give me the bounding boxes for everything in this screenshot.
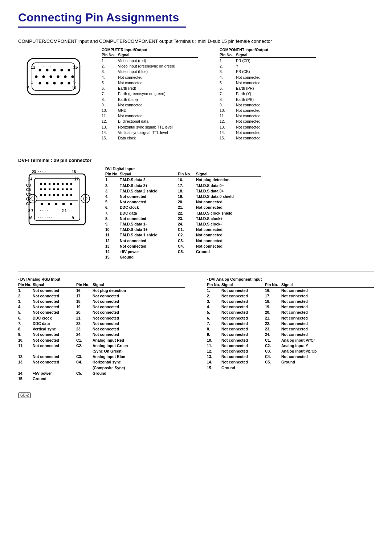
svg-text:23: 23 (32, 170, 36, 174)
pin-signal: Not connected (236, 130, 316, 135)
table-row: 8.Earth (blue) (102, 97, 198, 102)
computer-table-title: COMPUTER Input/Output (102, 48, 198, 52)
pin-number: 20. (265, 310, 281, 315)
pin-signal: Earth (green/sync on green) (118, 91, 198, 97)
pin-number: 11. (18, 343, 33, 354)
pin-number: 14. (105, 249, 120, 255)
pin-number: C3. (178, 238, 196, 244)
table-row: 14.Not connected (220, 130, 316, 135)
pin-number: 7. (207, 321, 221, 326)
dvi-section-header: DVI-I Terminal : 29 pin connector (18, 158, 374, 163)
pin-signal: Not connected (118, 113, 198, 119)
pin-signal: Y (236, 64, 316, 69)
table-row: 14.Vertical sync signal: TTL level (102, 130, 198, 135)
pin-number: 24. (265, 332, 281, 337)
pin-signal: Not connected (281, 310, 339, 315)
computer-header-text: COMPUTER/COMPONENT input and COMPUTER/CO… (18, 38, 196, 44)
pin-signal (93, 376, 151, 382)
dvi-col-headers: Pin No. Signal Pin No. Signal (105, 172, 261, 177)
pin-number: 12. (102, 119, 118, 124)
svg-text:C2: C2 (26, 197, 31, 201)
table-row: 2.Y (220, 64, 316, 69)
svg-rect-59 (48, 203, 50, 205)
pin-number: 20. (178, 199, 196, 205)
pin-number: 16. (76, 288, 93, 293)
table-row: 5.Not connected20.Not connected (105, 199, 261, 205)
pin-signal (281, 365, 339, 371)
component-table-title: COMPONENT Input/Output (220, 48, 316, 52)
pin-signal: Video input (red) (118, 58, 198, 64)
pin-number: 4. (105, 194, 120, 199)
pin-number: 14. (207, 359, 221, 365)
pin-signal: Not connected (118, 102, 198, 108)
pin-signal: Not connected (221, 359, 265, 365)
pin-signal: Not connected (33, 299, 76, 304)
pin-signal: Vertical sync (33, 326, 76, 332)
pin-number: 2. (105, 183, 120, 188)
svg-point-4 (53, 69, 56, 72)
svg-point-8 (42, 76, 45, 78)
pin-signal: Not connected (120, 199, 178, 205)
pin-number: C5. (76, 371, 93, 376)
pin-signal: +5V power (33, 371, 76, 376)
pin-signal: Not connected (196, 199, 261, 205)
pin-number: 7. (102, 91, 118, 97)
pin-signal: Not connected (221, 326, 265, 332)
pin-signal: Earth (Y) (236, 91, 316, 97)
table-row: 6.DDC clock21.Not connected (18, 316, 185, 321)
dvi-connector-diagram: 23 18 · · · · · 24 17 C3 C5 C4 C2 C1 8 7… (18, 167, 98, 240)
svg-rect-41 (70, 183, 72, 185)
pin-signal: Not connected (33, 332, 76, 337)
computer-input-output-table: COMPUTER Input/Output Pin No. Signal 1.V… (102, 48, 198, 141)
pin-signal: Ground (281, 359, 339, 365)
pin-signal: Not connected (281, 326, 339, 332)
pin-number: C4. (265, 354, 281, 359)
svg-text:9: 9 (72, 216, 74, 220)
svg-point-31 (31, 197, 34, 200)
table-row: 3.PB (CB) (220, 69, 316, 74)
pin-signal: DDC clock (120, 205, 178, 210)
pin-signal: T.M.D.S data 2– (120, 177, 178, 183)
pin-signal: PR (CR) (236, 58, 316, 64)
comp-acol1-header: Pin No. (207, 282, 221, 287)
pin-number: 6. (207, 316, 221, 321)
svg-text:· · · · ·: · · · · · (43, 64, 51, 68)
table-row: 7.DDC data22.Not connected (18, 321, 185, 326)
component-pin-no-header: Pin No. (220, 53, 236, 57)
table-row: 1.Not connected16.Hot plug detection (18, 288, 185, 293)
pin-signal: Earth (red) (118, 86, 198, 91)
pin-signal: T.M.D.S clock+ (196, 216, 261, 221)
svg-rect-42 (40, 188, 42, 190)
svg-rect-51 (44, 194, 46, 196)
pin-signal: Earth (blue) (118, 97, 198, 102)
pin-number: C2. (76, 343, 93, 354)
pin-signal: Not connected (236, 108, 316, 113)
pin-signal: Earth (PR) (236, 86, 316, 91)
analog-rgb-col-headers: Pin No. Signal Pin No. Signal (18, 282, 185, 288)
comp-acol3-header: Pin No. (265, 282, 281, 287)
pin-signal: Analog input Blue (93, 354, 151, 359)
pin-number: 15. (18, 376, 33, 382)
svg-text:C1: C1 (26, 202, 31, 206)
pin-signal: Video input (blue) (118, 69, 198, 74)
table-row: 7.Earth (green/sync on green) (102, 91, 198, 97)
svg-rect-57 (70, 194, 72, 196)
pin-signal: Analog input Pb/Cb (281, 349, 339, 354)
pin-number: 10. (102, 108, 118, 113)
pin-signal: Not connected (118, 75, 198, 80)
pin-number: 5. (18, 310, 33, 315)
pin-number (76, 376, 93, 382)
pin-number: 16. (265, 288, 281, 293)
pin-number: 3. (102, 69, 118, 74)
pin-number: 1. (207, 288, 221, 293)
pin-signal: Not connected (281, 288, 339, 293)
pin-signal: Not connected (33, 310, 76, 315)
svg-point-17 (68, 82, 70, 85)
pin-signal: Vertical sync signal: TTL level (118, 130, 198, 135)
pin-number: 9. (105, 221, 120, 227)
table-row: 4.Not connected19.Not connected (207, 304, 374, 310)
component-table-header: Pin No. Signal (220, 53, 316, 58)
computer-header-suffix: mini D-sub 15 pin female connector (196, 38, 272, 44)
pin-number: 5. (105, 199, 120, 205)
pin-number: 12. (220, 119, 236, 124)
